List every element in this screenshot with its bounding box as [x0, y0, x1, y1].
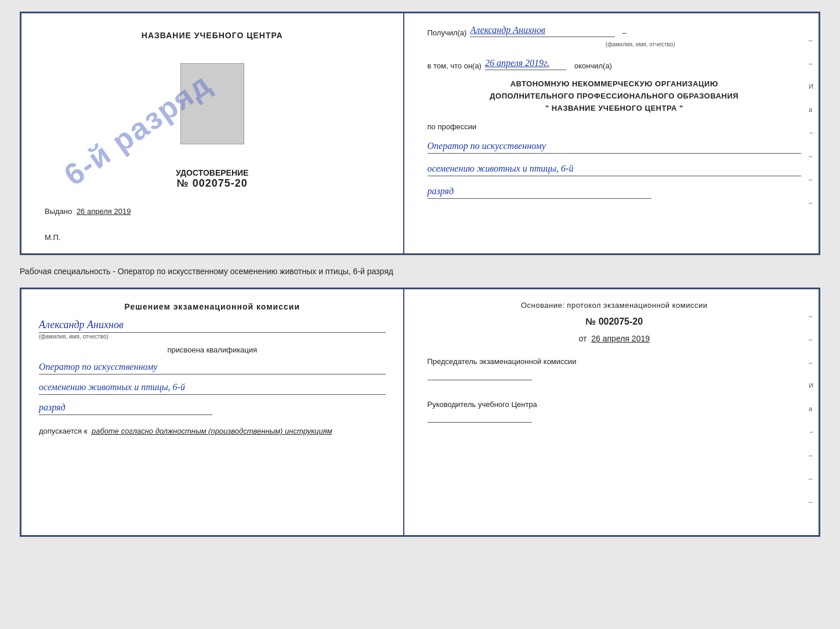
vtom-row: в том, что он(а) 26 апреля 2019г. окончи… [428, 58, 801, 70]
rukov-label: Руководитель учебного Центра [428, 399, 801, 410]
photo-placeholder [180, 63, 244, 144]
top-center-title: НАЗВАНИЕ УЧЕБНОГО ЦЕНТРА [142, 31, 283, 40]
dopuskaetsya-label: допускается к [39, 427, 87, 435]
pro-value3: разряд [428, 184, 652, 199]
org-line3: " НАЗВАНИЕ УЧЕБНОГО ЦЕНТРА " [428, 103, 801, 115]
chairman-signature-line [428, 368, 532, 380]
osnov-label: Основание: протокол экзаменационной коми… [428, 301, 801, 310]
bottom-right-marks: – – – И а ← – – – [809, 312, 815, 505]
qual-value1: Оператор по искусственному [39, 360, 386, 375]
bottom-document: Решением экзаменационной комиссии Алекса… [20, 288, 820, 537]
poluchil-row: Получил(а) Александр Анихнов – [428, 25, 801, 37]
pro-value1: Оператор по искусственному [428, 139, 801, 154]
dopuskaetsya-value: работе согласно должностным (производств… [92, 427, 332, 435]
protocol-date-value: 26 апреля 2019 [591, 334, 650, 343]
chairman-label: Председатель экзаменационной комиссии [428, 356, 801, 368]
qual-value3: разряд [39, 401, 212, 415]
vydano-block: Выдано 26 апреля 2019 [45, 207, 131, 216]
top-document: НАЗВАНИЕ УЧЕБНОГО ЦЕНТРА УДОСТОВЕРЕНИЕ №… [20, 12, 820, 255]
name-sublabel: (фамилия, имя, отчество) [480, 41, 801, 48]
bottom-person-name: Александр Анихнов (фамилия, имя, отчеств… [39, 319, 386, 340]
right-marks: – – И а ← – – – [809, 37, 815, 206]
udost-number: № 002075-20 [176, 177, 248, 190]
decision-title: Решением экзаменационной комиссии [39, 301, 386, 313]
top-doc-right: Получил(а) Александр Анихнов – (фамилия,… [404, 13, 819, 253]
rukov-signature-line [428, 410, 532, 423]
qual-value2: осеменению животных и птицы, 6-й [39, 380, 386, 395]
dopuskaetsya-block: допускается к работе согласно должностны… [39, 427, 386, 435]
top-doc-left: НАЗВАНИЕ УЧЕБНОГО ЦЕНТРА УДОСТОВЕРЕНИЕ №… [21, 13, 404, 253]
bottom-doc-right: Основание: протокол экзаменационной коми… [404, 289, 819, 535]
vtom-label: в том, что он(а) [428, 61, 481, 70]
bottom-doc-left: Решением экзаменационной комиссии Алекса… [21, 289, 404, 535]
subtitle: Рабочая специальность - Оператор по иску… [20, 264, 820, 278]
protocol-number: № 002075-20 [428, 317, 801, 327]
vydano-date: 26 апреля 2019 [77, 207, 131, 216]
protocol-date-prefix: от [578, 334, 586, 343]
vtom-date: 26 апреля 2019г. [485, 58, 566, 70]
protocol-date: от 26 апреля 2019 [428, 334, 801, 343]
assign-label: присвоена квалификация [39, 346, 386, 354]
pro-label: по профессии [428, 122, 801, 131]
pro-value2: осеменению животных и птицы, 6-й [428, 162, 801, 176]
org-block: АВТОНОМНУЮ НЕКОММЕРЧЕСКУЮ ОРГАНИЗАЦИЮ ДО… [428, 78, 801, 114]
page-container: НАЗВАНИЕ УЧЕБНОГО ЦЕНТРА УДОСТОВЕРЕНИЕ №… [20, 12, 820, 537]
vydano-label: Выдано [45, 207, 72, 216]
udost-label: УДОСТОВЕРЕНИЕ [176, 168, 248, 177]
org-line1: АВТОНОМНУЮ НЕКОММЕРЧЕСКУЮ ОРГАНИЗАЦИЮ [428, 78, 801, 90]
person-name-value: Александр Анихнов [39, 319, 386, 333]
person-sublabel: (фамилия, имя, отчество) [39, 333, 386, 340]
org-line2: ДОПОЛНИТЕЛЬНОГО ПРОФЕССИОНАЛЬНОГО ОБРАЗО… [428, 90, 801, 103]
okonchil-label: окончил(а) [574, 61, 612, 70]
udostoverenie-block: УДОСТОВЕРЕНИЕ № 002075-20 [176, 168, 248, 190]
mp-label: М.П. [45, 233, 60, 242]
rukov-block: Руководитель учебного Центра [428, 399, 801, 426]
poluchil-name: Александр Анихнов [470, 25, 615, 37]
poluchil-label: Получил(а) [428, 28, 467, 37]
chairman-block: Председатель экзаменационной комиссии [428, 356, 801, 383]
